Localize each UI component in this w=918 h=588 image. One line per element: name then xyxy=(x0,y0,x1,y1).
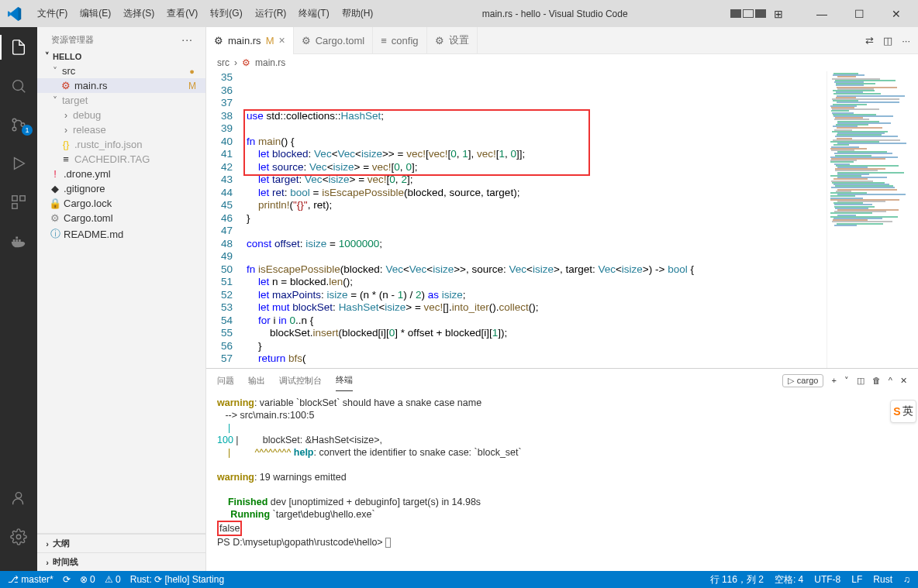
folder-item[interactable]: ˅target xyxy=(37,93,205,108)
maximize-button[interactable]: ☐ xyxy=(844,2,875,26)
sync-icon[interactable]: ⟳ xyxy=(63,574,71,585)
activity-bar: 1 xyxy=(0,27,37,571)
ime-indicator[interactable]: S英 xyxy=(890,400,916,423)
minimap[interactable] xyxy=(827,71,918,368)
svg-point-14 xyxy=(16,535,21,539)
folder-item[interactable]: ›release xyxy=(37,122,205,137)
extensions-icon[interactable] xyxy=(0,190,37,215)
menu-item[interactable]: 运行(R) xyxy=(249,4,293,23)
editor-tabs: ⚙main.rsM×⚙Cargo.toml≡config⚙设置 ⇄ ◫ ··· xyxy=(206,27,918,54)
titlebar-right: ⊞ — ☐ ✕ xyxy=(730,2,912,26)
file-item[interactable]: !.drone.yml xyxy=(37,167,205,181)
menu-item[interactable]: 选择(S) xyxy=(117,4,160,23)
terminal-dropdown-icon[interactable]: ˅ xyxy=(844,376,849,386)
split-terminal-icon[interactable]: ◫ xyxy=(857,376,865,386)
menu-item[interactable]: 帮助(H) xyxy=(336,4,380,23)
svg-rect-9 xyxy=(13,239,16,242)
rust-analyzer-status[interactable]: Rust: ⟳ [hello] Starting xyxy=(130,574,224,585)
status-bar: ⎇ master* ⟳ ⊗ 0 ⚠ 0 Rust: ⟳ [hello] Star… xyxy=(0,571,918,588)
rust-file-icon: ⚙ xyxy=(242,57,250,68)
output-false: false xyxy=(217,521,242,536)
cursor-position[interactable]: 行 116，列 2 xyxy=(710,573,764,586)
close-panel-icon[interactable]: ✕ xyxy=(900,376,907,386)
encoding[interactable]: UTF-8 xyxy=(814,574,840,585)
breadcrumbs[interactable]: src › ⚙ main.rs xyxy=(206,54,918,71)
timeline-section[interactable]: ›时间线 xyxy=(37,552,205,571)
terminal-profile-cargo[interactable]: ▷cargo xyxy=(782,374,824,387)
bottom-panel: 问题输出调试控制台终端 ▷cargo + ˅ ◫ 🗑 ^ ✕ warning: … xyxy=(206,368,918,571)
svg-point-0 xyxy=(13,81,23,91)
panel-tab[interactable]: 问题 xyxy=(217,370,234,391)
split-editor-icon[interactable]: ◫ xyxy=(883,35,892,46)
file-item[interactable]: ⓘREADME.md xyxy=(37,225,205,242)
file-item[interactable]: ◆.gitignore xyxy=(37,181,205,196)
terminal-output[interactable]: warning: variable `blockSet` should have… xyxy=(206,392,918,571)
panel-tab[interactable]: 调试控制台 xyxy=(279,370,322,391)
minimize-button[interactable]: — xyxy=(806,2,837,26)
editor-tab[interactable]: ⚙设置 xyxy=(427,27,478,54)
folder-item[interactable]: ˅src● xyxy=(37,64,205,78)
file-item[interactable]: 🔒Cargo.lock xyxy=(37,196,205,211)
file-tree: ˅src●⚙main.rsM˅target›debug›release{}.ru… xyxy=(37,64,205,242)
file-item[interactable]: ⚙Cargo.toml xyxy=(37,211,205,225)
panel-tab[interactable]: 终端 xyxy=(336,370,353,391)
customize-layout-icon[interactable]: ⊞ xyxy=(774,8,783,20)
language-mode[interactable]: Rust xyxy=(873,574,892,585)
outline-section[interactable]: ›大纲 xyxy=(37,534,205,552)
search-icon[interactable] xyxy=(0,74,37,98)
layout-toggle-icons[interactable] xyxy=(730,9,766,18)
editor-area: ⚙main.rsM×⚙Cargo.toml≡config⚙设置 ⇄ ◫ ··· … xyxy=(206,27,918,571)
eol[interactable]: LF xyxy=(851,574,862,585)
file-item[interactable]: {}.rustc_info.json xyxy=(37,137,205,152)
svg-marker-5 xyxy=(15,158,25,170)
more-actions-icon[interactable]: ··· xyxy=(902,35,910,46)
menu-bar: 文件(F)编辑(E)选择(S)查看(V)转到(G)运行(R)终端(T)帮助(H) xyxy=(31,4,379,23)
svg-point-2 xyxy=(12,119,16,122)
kill-terminal-icon[interactable]: 🗑 xyxy=(872,376,881,385)
menu-item[interactable]: 终端(T) xyxy=(292,4,335,23)
editor-tab[interactable]: ⚙Cargo.toml xyxy=(294,27,374,54)
file-item[interactable]: ≡CACHEDIR.TAG xyxy=(37,152,205,167)
explorer-sidebar: 资源管理器 ··· ˅HELLO ˅src●⚙main.rsM˅target›d… xyxy=(37,27,206,571)
svg-point-13 xyxy=(16,493,21,498)
menu-item[interactable]: 编辑(E) xyxy=(74,4,117,23)
source-control-icon[interactable]: 1 xyxy=(0,112,37,137)
settings-gear-icon[interactable] xyxy=(0,524,37,549)
file-item[interactable]: ⚙main.rsM xyxy=(37,78,205,93)
feedback-icon[interactable]: ♫ xyxy=(903,574,910,585)
code-editor[interactable]: 3536373839404142434445464748495051525354… xyxy=(206,71,827,368)
folder-item[interactable]: ›debug xyxy=(37,108,205,122)
sidebar-more-icon[interactable]: ··· xyxy=(181,33,193,46)
panel-tab-bar: 问题输出调试控制台终端 ▷cargo + ˅ ◫ 🗑 ^ ✕ xyxy=(206,369,918,392)
new-terminal-icon[interactable]: + xyxy=(831,376,836,385)
title-bar: 文件(F)编辑(E)选择(S)查看(V)转到(G)运行(R)终端(T)帮助(H)… xyxy=(0,0,918,27)
accounts-icon[interactable] xyxy=(0,486,37,511)
compare-changes-icon[interactable]: ⇄ xyxy=(865,35,874,46)
svg-line-1 xyxy=(22,89,26,93)
explorer-icon[interactable] xyxy=(0,35,37,60)
window-title: main.rs - hello - Visual Studio Code xyxy=(379,9,730,19)
panel-tab[interactable]: 输出 xyxy=(248,370,265,391)
menu-item[interactable]: 文件(F) xyxy=(31,4,74,23)
sidebar-title: 资源管理器 xyxy=(51,34,94,46)
svg-rect-11 xyxy=(19,239,21,242)
menu-item[interactable]: 转到(G) xyxy=(204,4,248,23)
close-button[interactable]: ✕ xyxy=(881,2,912,26)
docker-icon[interactable] xyxy=(0,229,37,253)
svg-rect-10 xyxy=(16,239,18,242)
close-tab-icon[interactable]: × xyxy=(278,34,285,46)
svg-rect-8 xyxy=(12,204,17,208)
svg-rect-7 xyxy=(20,196,25,201)
indentation[interactable]: 空格: 4 xyxy=(775,573,803,586)
svg-point-3 xyxy=(12,127,16,131)
menu-item[interactable]: 查看(V) xyxy=(160,4,204,23)
run-debug-icon[interactable] xyxy=(0,151,37,176)
git-branch[interactable]: ⎇ master* xyxy=(8,574,53,585)
errors-count[interactable]: ⊗ 0 xyxy=(80,574,95,585)
warnings-count[interactable]: ⚠ 0 xyxy=(105,574,121,585)
project-section[interactable]: ˅HELLO xyxy=(37,49,205,64)
editor-tab[interactable]: ⚙main.rsM× xyxy=(206,27,294,54)
vscode-logo-icon xyxy=(6,5,23,22)
maximize-panel-icon[interactable]: ^ xyxy=(889,376,892,385)
editor-tab[interactable]: ≡config xyxy=(373,27,426,54)
